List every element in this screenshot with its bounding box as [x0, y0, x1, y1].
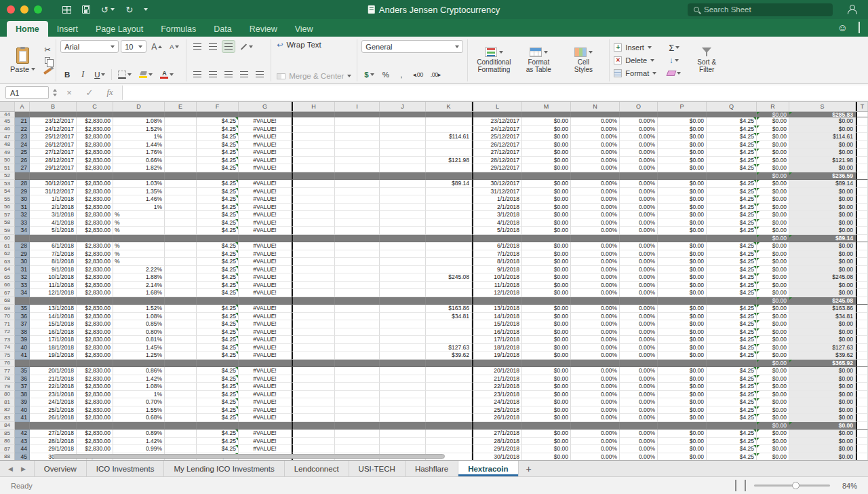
cell-F57[interactable]: $4.25: [197, 211, 239, 219]
format-as-table-button[interactable]: Formatas Table: [517, 47, 560, 74]
cell-O69[interactable]: 0.00%: [620, 305, 658, 313]
cell-B87[interactable]: 29/1/2018: [30, 445, 77, 453]
view-switcher-button[interactable]: [62, 6, 71, 14]
cell-B70[interactable]: 14/1/2018: [30, 313, 77, 321]
cell-O74[interactable]: 0.00%: [620, 344, 658, 352]
cell-Q63[interactable]: $4.25: [707, 258, 757, 266]
cell-C67[interactable]: $2,830.00: [77, 289, 113, 297]
column-header-T[interactable]: T: [856, 102, 868, 111]
cell-K53[interactable]: $89.14: [426, 180, 472, 188]
cell-S77[interactable]: $0.00: [789, 367, 856, 375]
cell-E71[interactable]: [165, 320, 197, 328]
cell-C81[interactable]: $2,830.00: [77, 398, 113, 406]
cell-R77[interactable]: $0.00: [757, 367, 789, 375]
cell-T77[interactable]: [856, 367, 868, 375]
cell-C65[interactable]: $2,830.00: [77, 273, 113, 282]
cell-Q61[interactable]: $4.25: [707, 242, 757, 250]
cell-I86[interactable]: [335, 438, 380, 446]
cell-C73[interactable]: $2,830.00: [77, 336, 113, 344]
increase-font-size-button[interactable]: A: [149, 40, 165, 53]
cell-G46[interactable]: #VALUE!: [239, 126, 292, 134]
cell-D54[interactable]: 1.35%: [113, 188, 165, 196]
cell-H78[interactable]: [292, 375, 335, 383]
sheet-tab-ico-investments[interactable]: ICO Investments: [87, 461, 165, 476]
cell-C64[interactable]: $2,830.00: [77, 266, 113, 274]
cell-I48[interactable]: [335, 141, 380, 149]
cell-H48[interactable]: [292, 141, 335, 149]
cell-R84[interactable]: $0.00: [757, 422, 789, 430]
cell-Q57[interactable]: $4.25: [707, 211, 757, 219]
cell-M59[interactable]: $0.00: [522, 227, 571, 235]
cell-F63[interactable]: $4.25: [197, 258, 239, 266]
cell-R54[interactable]: $0.00: [757, 188, 789, 196]
cell-O57[interactable]: 0.00%: [620, 211, 658, 219]
cell-I72[interactable]: [335, 328, 380, 337]
cell-P77[interactable]: $0.00: [658, 367, 707, 375]
cell-M57[interactable]: $0.00: [522, 211, 571, 219]
cell-N83[interactable]: 0.00%: [571, 414, 620, 422]
cell-A59[interactable]: 34: [15, 227, 30, 235]
cell-R64[interactable]: $0.00: [757, 266, 789, 274]
cell-P73[interactable]: $0.00: [658, 336, 707, 344]
fill-color-button[interactable]: [136, 68, 155, 81]
cell-B77[interactable]: 20/1/2018: [30, 367, 77, 375]
cell-B73[interactable]: 17/1/2018: [30, 336, 77, 344]
cell-Q46[interactable]: $4.25: [707, 126, 757, 134]
cell-K55[interactable]: [426, 195, 472, 204]
cell-I74[interactable]: [335, 344, 380, 352]
cell-Q64[interactable]: $4.25: [707, 266, 757, 274]
cell-E51[interactable]: [165, 164, 197, 172]
cell-F59[interactable]: $4.25: [197, 227, 239, 235]
cell-S53[interactable]: $89.14: [789, 180, 856, 188]
cell-C52[interactable]: [77, 172, 113, 180]
cell-L77[interactable]: 20/1/2018: [472, 367, 522, 375]
cell-S55[interactable]: $0.00: [789, 195, 856, 204]
cell-R79[interactable]: $0.00: [757, 383, 789, 391]
cell-G57[interactable]: #VALUE!: [239, 211, 292, 219]
add-sheet-button[interactable]: +: [519, 461, 539, 476]
cell-P83[interactable]: $0.00: [658, 414, 707, 422]
cell-D73[interactable]: 0.81%: [113, 336, 165, 344]
cell-D52[interactable]: [113, 172, 165, 180]
cell-D81[interactable]: 0.70%: [113, 398, 165, 406]
cell-R62[interactable]: $0.00: [757, 250, 789, 259]
cell-L50[interactable]: 28/12/2017: [472, 157, 522, 165]
cell-E44[interactable]: [165, 112, 197, 117]
cell-M83[interactable]: $0.00: [522, 414, 571, 422]
cell-R56[interactable]: $0.00: [757, 204, 789, 212]
cell-C46[interactable]: $2,830.00: [77, 126, 113, 134]
cell-E55[interactable]: [165, 195, 197, 204]
cell-L68[interactable]: [472, 297, 522, 305]
cell-T76[interactable]: [856, 360, 868, 368]
cell-A63[interactable]: 30: [15, 258, 30, 266]
cell-K72[interactable]: [426, 328, 472, 337]
cell-S80[interactable]: $0.00: [789, 391, 856, 399]
cell-C49[interactable]: $2,830.00: [77, 149, 113, 157]
cell-S78[interactable]: $0.00: [789, 375, 856, 383]
cell-K74[interactable]: $127.63: [426, 344, 472, 352]
row-number-71[interactable]: 71: [0, 320, 15, 328]
cell-E52[interactable]: [165, 172, 197, 180]
cell-G86[interactable]: #VALUE!: [239, 438, 292, 446]
cell-E86[interactable]: [165, 438, 197, 446]
cell-H54[interactable]: [292, 188, 335, 196]
cell-M88[interactable]: $0.00: [522, 453, 571, 461]
cell-T70[interactable]: [856, 313, 868, 321]
cell-F47[interactable]: $4.25: [197, 133, 239, 141]
cell-R65[interactable]: $0.00: [757, 273, 789, 282]
cell-C51[interactable]: $2,830.00: [77, 164, 113, 172]
cell-L52[interactable]: [472, 172, 522, 180]
cell-J54[interactable]: [380, 188, 426, 196]
row-number-45[interactable]: 45: [0, 117, 15, 126]
cell-H59[interactable]: [292, 227, 335, 235]
cell-P85[interactable]: $0.00: [658, 430, 707, 438]
cell-B62[interactable]: 7/1/2018: [30, 250, 77, 259]
cell-G62[interactable]: #VALUE!: [239, 250, 292, 259]
cell-P64[interactable]: $0.00: [658, 266, 707, 274]
underline-button[interactable]: U: [92, 68, 108, 81]
confirm-entry-button[interactable]: ✓: [81, 88, 98, 98]
cell-T67[interactable]: [856, 289, 868, 297]
cell-R67[interactable]: $0.00: [757, 289, 789, 297]
copy-button[interactable]: [41, 55, 54, 66]
cell-O83[interactable]: 0.00%: [620, 414, 658, 422]
